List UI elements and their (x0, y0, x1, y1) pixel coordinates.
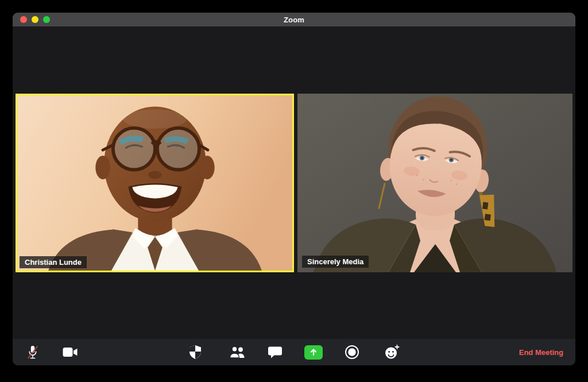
video-tile-christian-lunde[interactable]: Christian Lunde (16, 94, 294, 272)
share-screen-icon (304, 345, 323, 360)
chat-button[interactable] (262, 339, 288, 365)
mute-button[interactable] (20, 339, 45, 365)
reactions-button[interactable] (379, 339, 404, 365)
participant-video-woman (297, 94, 572, 272)
participants-icon (229, 346, 246, 358)
reactions-icon (384, 345, 400, 360)
screen: Zoom (0, 0, 588, 382)
record-icon (345, 345, 359, 360)
zoom-window: Zoom (13, 13, 575, 365)
window-title: Zoom (13, 16, 575, 24)
microphone-muted-icon (26, 345, 40, 360)
chat-bubble-icon (268, 346, 283, 359)
video-area: Christian Lunde (13, 26, 575, 339)
participant-name-label: Christian Lunde (20, 256, 87, 268)
end-meeting-button[interactable]: End Meeting (519, 339, 563, 365)
video-camera-icon (63, 347, 78, 357)
participants-button[interactable] (225, 339, 250, 365)
security-button[interactable] (183, 339, 208, 365)
share-screen-button[interactable] (301, 339, 326, 365)
meeting-toolbar: End Meeting (13, 339, 575, 365)
video-tile-sincerely-media[interactable]: Sincerely Media (297, 94, 572, 272)
record-button[interactable] (339, 339, 365, 365)
participant-video-man (17, 95, 292, 271)
video-button[interactable] (57, 339, 83, 365)
participant-name-label: Sincerely Media (302, 256, 369, 268)
shield-icon (188, 345, 202, 360)
window-titlebar[interactable]: Zoom (13, 13, 575, 26)
